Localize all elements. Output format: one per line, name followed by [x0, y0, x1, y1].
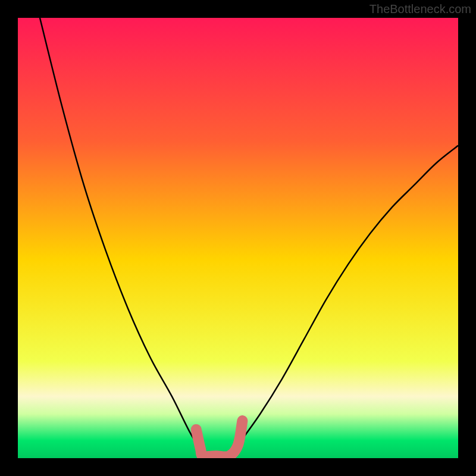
chart-area: [18, 18, 458, 458]
watermark-text: TheBottleneck.com: [369, 2, 471, 16]
chart-svg: [18, 18, 458, 458]
gradient-background: [18, 18, 458, 458]
